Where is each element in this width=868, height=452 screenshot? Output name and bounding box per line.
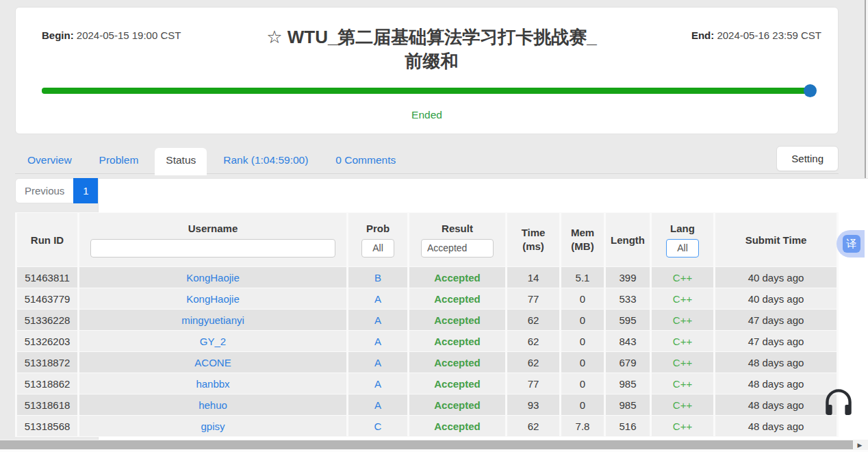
cell-username[interactable]: KongHaojie [79,267,346,288]
username-filter-input[interactable] [90,239,336,258]
cell-time: 62 [507,352,559,373]
tab-comments[interactable]: 0 Comments [324,148,407,173]
page-item-previous: Previous [15,178,74,203]
cell-lang: C++ [652,288,713,309]
cell-time: 77 [507,373,559,394]
cell-username[interactable]: hehuo [79,394,346,415]
cell-length: 985 [606,373,650,394]
table-row: 51463779KongHaojieAAccepted770533C++40 d… [17,288,837,309]
cell-lang: C++ [652,310,713,330]
cell-run_id: 51463779 [17,288,77,309]
cell-length: 843 [606,331,650,351]
begin-label: Begin: [42,29,74,41]
cell-submit: 48 days ago [715,416,837,436]
cell-result: Accepted [409,352,505,373]
tab-problem[interactable]: Problem [88,148,150,173]
cell-time: 62 [507,331,559,351]
cell-lang: C++ [652,373,713,394]
cell-mem: 0 [561,394,604,415]
translate-button[interactable]: 译 [837,230,865,258]
cell-length: 679 [606,352,650,373]
cell-prob[interactable]: A [348,331,407,351]
cell-run_id: 51318872 [17,352,77,373]
cell-prob[interactable]: A [348,394,407,415]
cell-submit: 40 days ago [715,288,837,309]
cell-username[interactable]: mingyuetianyi [79,310,346,330]
tabs: OverviewProblemStatusRank (1:04:59:00)0 … [15,148,839,174]
tab-rank[interactable]: Rank (1:04:59:00) [212,148,319,173]
contest-progress-bar [42,88,813,94]
column-label-run_id: Run ID [17,234,77,246]
cell-username[interactable]: KongHaojie [79,288,346,309]
cell-prob[interactable]: A [348,288,407,309]
contest-title: ☆ WTU_第二届基础算法学习打卡挑战赛_ 前缀和 [266,25,597,73]
cell-lang: C++ [652,394,713,415]
cell-submit: 47 days ago [715,310,837,330]
cell-time: 14 [507,267,559,288]
cell-run_id: 51336228 [17,310,77,330]
cell-submit: 48 days ago [715,394,837,415]
cell-mem: 5.1 [561,267,604,288]
cell-length: 533 [606,288,650,309]
controls-row: Previous12345...Next Filter Reset [15,178,868,203]
cell-result: Accepted [409,416,505,436]
cell-mem: 0 [561,310,604,330]
table-row: 51463811KongHaojieBAccepted145.1399C++40… [17,267,837,288]
cell-result: Accepted [409,310,505,330]
table-header-row: Run IDUsernameProbResultTime (ms)Mem (MB… [17,213,837,266]
contest-end-time: End: 2024-05-16 23:59 CST [597,25,821,41]
table-row: 51318872ACONEAAccepted620679C++48 days a… [17,352,837,373]
cell-submit: 48 days ago [715,373,837,394]
cell-mem: 7.8 [561,416,604,436]
cell-time: 62 [507,310,559,330]
column-label-username: Username [79,223,346,234]
column-label-prob: Prob [348,223,407,234]
cell-prob[interactable]: C [348,416,407,436]
cell-username[interactable]: gpisy [79,416,346,436]
lang-filter-input[interactable] [666,239,699,258]
cell-result: Accepted [409,267,505,288]
translate-icon: 译 [843,235,860,253]
cell-lang: C++ [652,331,713,351]
cell-submit: 48 days ago [715,352,837,373]
scrollbar-thumb[interactable] [0,440,853,449]
setting-button[interactable]: Setting [776,146,839,171]
cell-prob[interactable]: A [348,373,407,394]
contest-progress-track [42,88,813,94]
cell-lang: C++ [652,352,713,373]
cell-username[interactable]: GY_2 [79,331,346,351]
cell-run_id: 51318618 [17,394,77,415]
begin-value: 2024-05-15 19:00 CST [77,29,181,41]
cell-username[interactable]: ACONE [79,352,346,373]
contest-title-line2: 前缀和 [266,49,597,73]
contest-header-card: Begin: 2024-05-15 19:00 CST ☆ WTU_第二届基础算… [15,7,839,134]
headphones-icon[interactable] [821,386,856,420]
cell-mem: 0 [561,373,604,394]
cell-run_id: 51318568 [17,416,77,436]
cell-result: Accepted [409,331,505,351]
prob-filter-input[interactable] [361,239,394,258]
cell-length: 595 [606,310,650,330]
table-row: 51318568gpisyCAccepted627.8516C++48 days… [17,416,837,436]
cell-username[interactable]: hanbbx [79,373,346,394]
horizontal-scrollbar[interactable]: ▶ [0,440,868,450]
cell-mem: 0 [561,331,604,351]
contest-progress-handle[interactable] [804,84,817,97]
scrollbar-right-arrow-icon[interactable]: ▶ [855,440,865,450]
column-label-lang: Lang [652,223,713,234]
cell-lang: C++ [652,416,713,436]
cell-result: Accepted [409,373,505,394]
result-filter-input[interactable] [421,239,494,258]
tab-overview[interactable]: Overview [16,148,83,173]
contest-status-text: Ended [16,109,838,121]
tab-status[interactable]: Status [155,148,207,175]
cell-prob[interactable]: A [348,352,407,373]
cell-prob[interactable]: A [348,310,407,330]
column-prob: Prob [348,213,407,266]
cell-submit: 47 days ago [715,331,837,351]
cell-prob[interactable]: B [348,267,407,288]
page-item-1[interactable]: 1 [73,178,98,203]
column-mem: Mem (MB) [561,213,604,266]
cell-length: 985 [606,394,650,415]
end-value: 2024-05-16 23:59 CST [717,29,821,41]
